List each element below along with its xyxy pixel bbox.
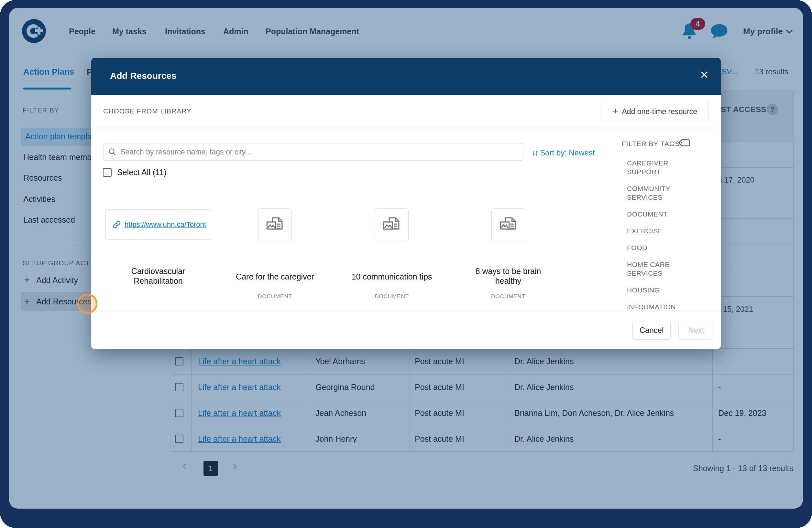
cancel-button[interactable]: Cancel <box>633 321 671 340</box>
resource-url-link[interactable]: https://www.uhn.ca/Toront <box>125 221 206 229</box>
resource-title: Cardiovascular Rehabilitation <box>119 266 197 286</box>
tag-filter-item[interactable]: HOME CARE SERVICES <box>627 260 684 277</box>
filter-by-tags-heading: FILTER BY TAGS <box>622 140 680 148</box>
tag-filter-item[interactable]: CAREGIVER SUPPORT <box>627 159 684 176</box>
tag-filter-item[interactable]: DOCUMENT <box>627 210 684 218</box>
modal-footer-divider <box>91 311 721 311</box>
app-canvas: People My tasks Invitations Admin Popula… <box>9 8 803 509</box>
sort-arrows-icon: ↓↑ <box>532 148 537 158</box>
select-all-checkbox[interactable] <box>103 168 112 177</box>
select-all-label: Select All (11) <box>117 168 166 177</box>
resource-card-link-preview[interactable]: https://www.uhn.ca/Toront <box>105 209 211 240</box>
resource-thumbnail[interactable] <box>375 208 409 241</box>
tag-filter-item[interactable]: EXERCISE <box>627 227 684 235</box>
plus-icon: + <box>612 106 618 117</box>
document-image-icon <box>498 215 518 235</box>
search-input[interactable] <box>120 147 523 157</box>
close-icon[interactable]: × <box>700 67 709 82</box>
resource-title: 10 communication tips <box>338 272 445 282</box>
sort-label: Sort by: Newest <box>540 148 595 157</box>
tag-filter-item[interactable]: COMMUNITY SERVICES <box>627 184 684 202</box>
modal-title: Add Resources <box>110 71 176 81</box>
sort-control[interactable]: ↓↑ Sort by: Newest <box>532 148 595 158</box>
modal-divider <box>91 129 721 129</box>
resource-thumbnail[interactable] <box>258 208 292 241</box>
resource-type-label: DOCUMENT <box>338 293 445 300</box>
document-image-icon <box>265 215 285 235</box>
next-button[interactable]: Next <box>678 321 714 340</box>
resource-title: 8 ways to be brain healthy <box>469 266 547 286</box>
tag-filter-item[interactable]: FOOD <box>627 243 684 252</box>
click-indicator-ring <box>77 294 97 314</box>
add-one-time-resource-button[interactable]: + Add one-time resource <box>601 102 709 121</box>
link-icon <box>112 220 121 229</box>
resource-type-label: DOCUMENT <box>222 293 328 300</box>
tag-filter-item[interactable]: INFORMATION <box>627 302 684 311</box>
resource-title: Care for the caregiver <box>222 272 328 282</box>
tags-panel-divider <box>614 129 614 311</box>
modal-header <box>91 58 721 95</box>
search-icon <box>108 148 116 156</box>
add-resources-modal: Add Resources × CHOOSE FROM LIBRARY + Ad… <box>91 58 721 349</box>
document-image-icon <box>382 215 402 235</box>
choose-from-library-heading: CHOOSE FROM LIBRARY <box>103 107 191 115</box>
window-frame: People My tasks Invitations Admin Popula… <box>0 0 812 528</box>
tag-filter-item[interactable]: HOUSING <box>627 286 684 295</box>
resource-search-box <box>103 143 523 161</box>
resource-thumbnail[interactable] <box>491 208 525 241</box>
resource-type-label: DOCUMENT <box>455 293 562 300</box>
tag-icon <box>678 139 690 147</box>
tags-list: CAREGIVER SUPPORT COMMUNITY SERVICES DOC… <box>627 159 684 319</box>
